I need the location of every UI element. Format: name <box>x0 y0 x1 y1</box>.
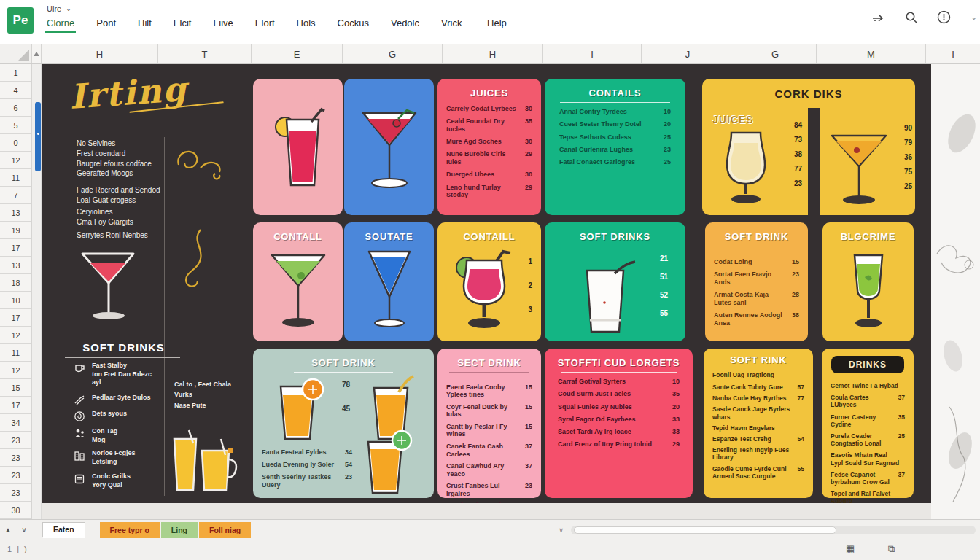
row-header[interactable]: 15 <box>0 379 31 397</box>
menu-item: Gaodle Cume Fyrde Cunl Armenl Susc Curgu… <box>712 465 804 480</box>
orange-juice-glass-icon <box>361 429 413 496</box>
column-header[interactable]: I <box>926 44 980 63</box>
column-header[interactable]: E <box>252 44 343 63</box>
row-header[interactable]: 17 <box>0 397 31 414</box>
pencil-sketches <box>931 64 980 519</box>
menu-item-clorne[interactable]: Clorne <box>45 16 76 33</box>
top-bar: Pe Uire ⌄ Clorne Pont Hilt Elcit Fiive E… <box>0 0 980 44</box>
menu-item-hilt[interactable]: Hilt <box>136 16 153 33</box>
menu-design-board[interactable]: Irting No Selvines Frest coendard Baugre… <box>42 64 931 503</box>
menu-item: Duerged Ubees30 <box>446 171 532 179</box>
gold-flourish-icon <box>171 143 230 187</box>
row-header[interactable]: 12 <box>0 327 31 344</box>
menu-item: Ereaf Fanbat Dgrle Fulks23 <box>446 502 532 503</box>
column-header[interactable]: M <box>817 44 926 63</box>
price-column: 7845 <box>342 381 350 413</box>
history-icon[interactable] <box>937 10 951 24</box>
sheet-nav-next[interactable]: ∨ <box>16 526 32 534</box>
selection-indicator[interactable] <box>35 102 41 171</box>
price-column: 9079367525 <box>904 124 912 190</box>
menu-bar: Clorne Pont Hilt Elcit Fiive Elort Hols … <box>45 16 508 33</box>
heading-underline <box>65 357 180 358</box>
card-sect-drink: SECT DRINK Eaent Faela Cooby Yplees tine… <box>438 349 541 498</box>
column-header[interactable]: T <box>158 44 252 63</box>
row-header[interactable]: 17 <box>0 309 31 327</box>
row-header[interactable]: 0 <box>0 134 31 152</box>
horizontal-scrollbar[interactable] <box>571 526 976 534</box>
card-contall: CONTALL <box>253 222 343 341</box>
grid-view-icon[interactable]: ▦ <box>846 543 855 554</box>
sheet-nav-prev[interactable]: ▲ <box>0 526 16 534</box>
hscroll-chevron-icon[interactable]: ∨ <box>559 526 564 534</box>
row-header[interactable]: 1 <box>0 64 31 82</box>
row-header[interactable]: 30 <box>0 502 31 519</box>
card-contails-menu: CONTAILS Annal Contry Tyrdees10 Cuest Se… <box>545 79 685 215</box>
chevron-down-icon: ⌄ <box>66 5 71 12</box>
app-logo[interactable]: Pe <box>7 7 34 34</box>
menu-item-fiive[interactable]: Fiive <box>211 16 234 33</box>
menu-item-elort[interactable]: Elort <box>254 16 276 33</box>
sheet-tab-free-typr-o[interactable]: Free typr o <box>100 522 160 538</box>
sheet-tab-foll-niag[interactable]: Foll niag <box>199 522 251 538</box>
people-icon <box>74 427 85 444</box>
gold-flourish-icon <box>179 226 215 292</box>
menu-item-elcit[interactable]: Elcit <box>172 16 193 33</box>
row-header[interactable]: 13 <box>0 204 31 222</box>
row-header[interactable]: 10 <box>0 292 31 309</box>
menu-item: Carraf Gotival Syrters10 <box>558 378 680 386</box>
column-header[interactable]: H <box>443 44 543 63</box>
row-header[interactable]: 6 <box>0 99 31 117</box>
menu-item-vedolc[interactable]: Vedolc <box>389 16 421 33</box>
menu-item: Canek Fanta Cash Carlees37 <box>446 443 532 459</box>
menu-item-vrick[interactable]: Vrickˇ <box>440 16 467 33</box>
select-all-corner[interactable] <box>0 44 32 63</box>
row-header[interactable]: 4 <box>0 82 31 99</box>
menu-item-help[interactable]: Help <box>486 16 508 33</box>
feature-item: Fast Stalby ton Fret Dan Rdezc ayl <box>74 362 152 387</box>
row-header[interactable]: 17 <box>0 239 31 257</box>
intro-text-3: Ceryiolines Cma Foy Giargits <box>77 207 190 228</box>
overflow-chevron-icon[interactable]: ⌄ <box>971 13 977 21</box>
column-header[interactable]: G <box>343 44 443 63</box>
row-header[interactable]: 18 <box>0 274 31 292</box>
row-header[interactable]: 7 <box>0 187 31 204</box>
row-header[interactable]: 34 <box>0 414 31 432</box>
price-column: 21515255 <box>660 254 668 317</box>
horizontal-scrollbar-thumb[interactable] <box>574 526 836 534</box>
card-title: SOFT DRINK <box>705 222 808 242</box>
share-icon[interactable] <box>871 12 886 23</box>
column-header[interactable]: J <box>642 44 734 63</box>
file-label[interactable]: Uire <box>47 4 61 13</box>
row-header[interactable]: 23 <box>0 449 31 467</box>
row-header[interactable]: 11 <box>0 169 31 187</box>
menu-item: Nanba Cude Hay Ryrthes77 <box>712 394 804 402</box>
sheet-tab-ling[interactable]: Ling <box>161 522 198 538</box>
row-header[interactable]: 19 <box>0 222 31 239</box>
menu-item-pont[interactable]: Pont <box>95 16 117 33</box>
page-view-icon[interactable]: ⧉ <box>888 543 895 555</box>
menu-item: Card Frenz of Itoy Pring tolnid29 <box>558 440 680 448</box>
row-header[interactable]: 23 <box>0 432 31 449</box>
orange-juice-glass-icon <box>271 376 327 443</box>
row-header[interactable]: 11 <box>0 344 31 362</box>
column-header[interactable]: H <box>42 44 158 63</box>
row-header[interactable]: 23 <box>0 467 31 484</box>
column-header[interactable]: G <box>734 44 817 63</box>
card-soft-rink: SOFT RINK Foonil Uag Tragtiong Sante Can… <box>704 349 813 498</box>
feature-item: Dets syous <box>74 410 127 425</box>
hurricane-glass-icon <box>455 247 513 336</box>
row-header[interactable]: 12 <box>0 152 31 169</box>
card-soft-drink-board: SOFT DRINK 7845 Fanta Festeal F <box>253 349 434 498</box>
row-header[interactable]: 12 <box>0 362 31 379</box>
row-header[interactable]: 5 <box>0 117 31 134</box>
row-header[interactable]: 13 <box>0 257 31 274</box>
menu-item-cockus[interactable]: Cockus <box>336 16 370 33</box>
sheet-tab-eaten[interactable]: Eaten <box>42 522 85 538</box>
search-icon[interactable] <box>905 11 918 24</box>
card-underline <box>560 102 670 103</box>
column-header-narrow[interactable] <box>32 44 42 63</box>
menu-item-hols[interactable]: Hols <box>295 16 317 33</box>
intro-text-4: Serrytes Roni Nenbes <box>77 230 190 241</box>
column-header[interactable]: I <box>543 44 642 63</box>
row-header[interactable]: 23 <box>0 484 31 502</box>
